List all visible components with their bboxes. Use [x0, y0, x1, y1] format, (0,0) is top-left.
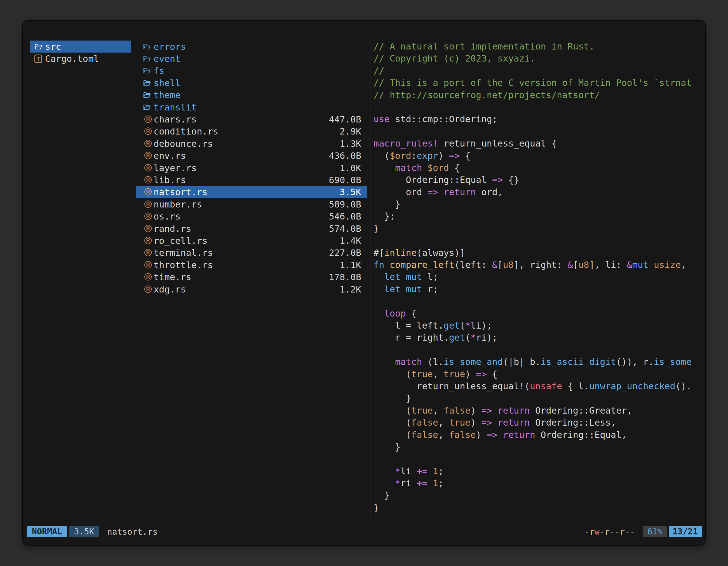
- item-label: event: [154, 53, 180, 64]
- file-item[interactable]: shell: [136, 77, 367, 89]
- file-item[interactable]: ®xdg.rs1.2K: [136, 283, 367, 295]
- code-line: [374, 344, 705, 356]
- code-line: r = right.get(*ri);: [374, 332, 705, 344]
- file-item[interactable]: ®env.rs436.0B: [136, 150, 367, 162]
- pane-divider: [370, 41, 370, 523]
- status-filename: natsort.rs: [107, 527, 158, 537]
- rust-icon: ®: [143, 284, 154, 294]
- item-size: 436.0B: [329, 151, 361, 161]
- item-label: Cargo.toml: [45, 53, 99, 64]
- code-line: use std::cmp::Ordering;: [374, 113, 705, 125]
- item-label: theme: [154, 90, 180, 100]
- item-size: 690.0B: [329, 175, 361, 186]
- code-line: };: [374, 210, 705, 222]
- code-line: let mut r;: [374, 283, 705, 295]
- code-line: //: [374, 65, 705, 77]
- code-line: }: [374, 489, 705, 501]
- rust-icon: ®: [143, 248, 154, 258]
- code-line: (false, false) => return Ordering::Equal…: [374, 429, 705, 441]
- file-item[interactable]: ®chars.rs447.0B: [136, 113, 367, 125]
- rust-icon: ®: [143, 126, 154, 137]
- file-item[interactable]: ®ro_cell.rs1.4K: [136, 235, 367, 247]
- item-label: debounce.rs: [154, 139, 213, 149]
- code-line: [374, 295, 705, 307]
- item-size: 3.5K: [340, 187, 361, 198]
- file-item[interactable]: theme: [136, 89, 367, 101]
- item-label: errors: [154, 41, 186, 52]
- code-line: ($ord:expr) => {: [374, 150, 705, 162]
- code-line: macro_rules! return_unless_equal {: [374, 138, 705, 150]
- code-line: [374, 235, 705, 247]
- item-label: layer.rs: [154, 163, 197, 173]
- rust-icon: ®: [143, 187, 154, 197]
- file-permissions: -rw-r--r--: [584, 527, 635, 537]
- rust-icon: ®: [143, 139, 154, 149]
- item-label: os.rs: [154, 211, 180, 222]
- folder-icon: [143, 91, 154, 99]
- item-label: ro_cell.rs: [154, 236, 208, 246]
- item-label: fs: [154, 65, 165, 76]
- file-item[interactable]: ®os.rs546.0B: [136, 210, 367, 222]
- code-line: match (l.is_some_and(|b| b.is_ascii_digi…: [374, 356, 705, 368]
- file-item[interactable]: fs: [136, 65, 367, 77]
- item-size: 1.1K: [340, 260, 361, 271]
- rust-icon: ®: [143, 272, 154, 282]
- item-label: natsort.rs: [154, 187, 208, 198]
- folder-icon: [143, 79, 154, 87]
- code-line: (true, true) => {: [374, 368, 705, 380]
- code-line: *li += 1;: [374, 465, 705, 477]
- item-size: 2.9K: [340, 126, 361, 137]
- item-size: 1.2K: [340, 284, 361, 295]
- folder-icon: [143, 104, 154, 111]
- code-line: }: [374, 223, 705, 235]
- code-line: [374, 453, 705, 465]
- rust-icon: ®: [143, 224, 154, 234]
- item-label: terminal.rs: [154, 248, 213, 258]
- code-line: #[inline(always)]: [374, 247, 705, 259]
- file-item[interactable]: ®time.rs178.0B: [136, 271, 367, 283]
- code-line: // Copyright (c) 2023, sxyazi.: [374, 53, 705, 65]
- code-line: }: [374, 198, 705, 210]
- code-line: match $ord {: [374, 162, 705, 174]
- status-bar: NORMAL 3.5K natsort.rs -rw-r--r-- 61% 13…: [27, 526, 702, 537]
- file-item[interactable]: errors: [136, 41, 367, 53]
- code-line: // This is a port of the C version of Ma…: [374, 77, 705, 89]
- file-item[interactable]: ®debounce.rs1.3K: [136, 138, 367, 150]
- code-line: let mut l;: [374, 271, 705, 283]
- code-line: [374, 101, 705, 113]
- preview-pane: // A natural sort implementation in Rust…: [374, 41, 705, 523]
- item-size: 589.0B: [329, 199, 361, 210]
- item-label: condition.rs: [154, 126, 218, 137]
- rust-icon: ®: [143, 212, 154, 222]
- file-item[interactable]: event: [136, 53, 367, 65]
- rust-icon: ®: [143, 175, 154, 185]
- item-label: env.rs: [154, 151, 186, 161]
- file-item[interactable]: ®rand.rs574.0B: [136, 223, 367, 235]
- rust-icon: ®: [143, 163, 154, 173]
- folder-icon: [34, 43, 45, 50]
- code-line: Ordering::Equal => {}: [374, 174, 705, 186]
- code-line: }: [374, 502, 705, 514]
- file-item[interactable]: ®throttle.rs1.1K: [136, 259, 367, 271]
- file-item[interactable]: ®natsort.rs3.5K: [136, 186, 367, 198]
- item-size: 574.0B: [329, 224, 361, 234]
- code-line: }: [374, 392, 705, 404]
- file-item[interactable]: ®layer.rs1.0K: [136, 162, 367, 174]
- parent-dir-item[interactable]: src: [30, 41, 131, 53]
- file-item[interactable]: translit: [136, 101, 367, 113]
- rust-icon: ®: [143, 260, 154, 270]
- code-line: }: [374, 441, 705, 453]
- file-item[interactable]: ®condition.rs2.9K: [136, 126, 367, 138]
- item-label: translit: [154, 102, 197, 113]
- code-line: return_unless_equal!(unsafe { l.unwrap_u…: [374, 380, 705, 392]
- rust-icon: ®: [143, 200, 154, 210]
- file-item[interactable]: ®lib.rs690.0B: [136, 174, 367, 186]
- code-line: l = left.get(*li);: [374, 319, 705, 332]
- item-size: 178.0B: [329, 272, 361, 283]
- file-item[interactable]: ®number.rs589.0B: [136, 198, 367, 210]
- item-size: 1.0K: [340, 163, 361, 173]
- parent-dir-item[interactable]: TCargo.toml: [30, 53, 131, 65]
- item-label: xdg.rs: [154, 284, 186, 295]
- file-manager-window: srcTCargo.toml errorseventfsshellthemetr…: [22, 20, 706, 546]
- file-item[interactable]: ®terminal.rs227.0B: [136, 247, 367, 259]
